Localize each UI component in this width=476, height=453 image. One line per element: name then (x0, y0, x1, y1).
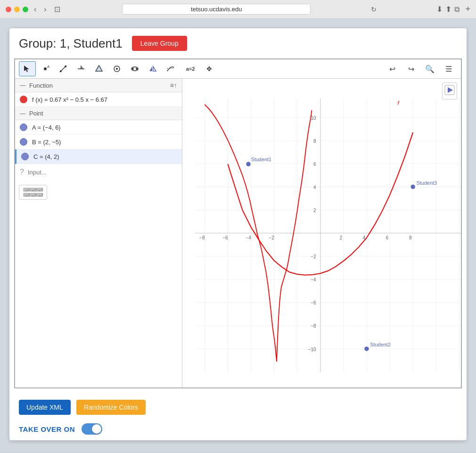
point-c-dot (21, 153, 29, 160)
svg-point-12 (116, 68, 118, 70)
svg-point-1 (44, 67, 47, 70)
function-collapse-icon[interactable]: — (20, 82, 25, 89)
function-item[interactable]: f (x) = 0.67 x² − 0.5 x − 6.67 (15, 92, 182, 107)
toolbar-right: ↩ ↪ 🔍 ☰ (384, 61, 457, 76)
svg-text:✥: ✥ (206, 65, 212, 73)
forward-button[interactable]: › (42, 4, 48, 15)
help-icon: ? (20, 168, 24, 176)
move-tool-button[interactable]: ✥ (202, 61, 219, 76)
student1-label: Student1 (251, 156, 271, 162)
polygon-tool-button[interactable] (90, 61, 107, 76)
app-header: Group: 1, Student1 Leave Group (9, 28, 467, 58)
browser-actions: ⬇ ⬆ ⧉ (436, 5, 460, 14)
keyboard-button[interactable]: ⌨⌨⌨⌨⌨⌨ (19, 185, 47, 200)
point-c-item[interactable]: C = (4, 2) (15, 149, 182, 164)
student1-point (246, 162, 251, 167)
svg-point-15 (136, 68, 138, 70)
ggb-main: — Function ≡↑ f (x) = 0.67 x² − 0.5 x − … (15, 79, 461, 387)
search-button[interactable]: 🔍 (421, 61, 438, 76)
graph-area[interactable]: −8 −6 −4 −2 2 4 6 8 10 8 6 4 2 (182, 79, 461, 387)
point-b-label: B = (2, −5) (32, 139, 61, 146)
take-over-row: TAKE OVER ON (9, 421, 467, 440)
back-button[interactable]: ‹ (32, 4, 38, 15)
perp-tool-button[interactable] (73, 61, 90, 76)
bottom-controls: Update XML Randomize Colors (9, 393, 467, 421)
svg-text:−2: −2 (311, 254, 316, 259)
svg-text:−4: −4 (311, 277, 316, 282)
menu-button[interactable]: ☰ (440, 61, 457, 76)
svg-text:10: 10 (311, 115, 317, 121)
reader-view-button[interactable]: ⊡ (52, 4, 62, 15)
point-b-dot (20, 138, 27, 146)
tab-overview-button[interactable]: ⧉ (454, 5, 460, 14)
take-over-label: TAKE OVER ON (19, 425, 75, 433)
point-a-item[interactable]: A = (−4, 6) (15, 120, 182, 135)
function-expression: f (x) = 0.67 x² − 0.5 x − 6.67 (32, 96, 107, 103)
undo-button[interactable]: ↩ (384, 61, 401, 76)
point-tool-button[interactable]: A (37, 61, 54, 76)
update-xml-button[interactable]: Update XML (19, 400, 71, 415)
share-button[interactable]: ⬆ (445, 5, 451, 14)
svg-text:−10: −10 (308, 347, 316, 352)
svg-marker-17 (153, 66, 156, 71)
leave-group-button[interactable]: Leave Group (132, 36, 187, 51)
svg-text:−6: −6 (222, 235, 228, 240)
point-a-dot (20, 124, 27, 131)
take-over-toggle[interactable] (82, 423, 102, 435)
svg-text:4: 4 (313, 185, 316, 190)
student3-point (410, 184, 416, 189)
student3-label: Student3 (416, 180, 437, 186)
svg-text:8: 8 (313, 139, 316, 144)
animation-button[interactable] (442, 82, 457, 99)
traffic-lights (6, 7, 28, 12)
input-row: ? (15, 164, 182, 180)
point-c-label: C = (4, 2) (33, 153, 59, 160)
svg-text:−8: −8 (199, 235, 205, 240)
svg-rect-8 (81, 67, 82, 69)
ellipse-tool-button[interactable] (126, 61, 143, 76)
reload-button[interactable]: ↻ (371, 6, 377, 13)
maximize-traffic-light[interactable] (23, 7, 28, 12)
svg-marker-0 (24, 66, 29, 72)
svg-text:−2: −2 (269, 235, 274, 240)
point-b-item[interactable]: B = (2, −5) (15, 135, 182, 149)
svg-text:−6: −6 (311, 300, 316, 305)
graph-svg: −8 −6 −4 −2 2 4 6 8 10 8 6 4 2 (182, 79, 461, 387)
function-section-header: — Function ≡↑ (15, 79, 182, 92)
inputbox-tool-button[interactable]: a=2 (180, 61, 201, 76)
select-tool-button[interactable] (19, 61, 36, 76)
group-title: Group: 1, Student1 (19, 36, 123, 51)
app-window: Group: 1, Student1 Leave Group A (9, 28, 467, 440)
reflect-tool-button[interactable] (144, 61, 161, 76)
line-tool-button[interactable] (55, 61, 72, 76)
minimize-traffic-light[interactable] (14, 7, 20, 12)
main-container: Group: 1, Student1 Leave Group A (0, 19, 476, 453)
svg-text:A: A (47, 65, 49, 69)
redo-button[interactable]: ↪ (402, 61, 419, 76)
svg-text:2: 2 (313, 208, 316, 213)
svg-line-5 (60, 66, 66, 72)
browser-chrome: ‹ › ⊡ tetsuo.ucdavis.edu ↻ ⬇ ⬆ ⧉ + (0, 0, 476, 19)
download-button[interactable]: ⬇ (436, 5, 443, 14)
svg-text:6: 6 (313, 162, 316, 167)
function-section-button[interactable]: ≡↑ (170, 82, 177, 89)
circle-tool-button[interactable] (108, 61, 125, 76)
new-tab-button[interactable]: + (465, 4, 470, 14)
randomize-colors-button[interactable]: Randomize Colors (76, 400, 146, 415)
url-bar[interactable]: tetsuo.ucdavis.edu (122, 4, 311, 15)
svg-marker-10 (96, 66, 102, 71)
toggle-thumb (92, 424, 101, 434)
svg-point-14 (132, 68, 134, 70)
student2-label: Student2 (370, 342, 391, 347)
point-collapse-icon[interactable]: — (20, 110, 25, 117)
sidebar-bottom: ⌨⌨⌨⌨⌨⌨ (15, 180, 182, 204)
function-dot (20, 96, 27, 103)
close-traffic-light[interactable] (6, 7, 11, 12)
point-section-label: Point (29, 110, 43, 117)
function-section-label: Function (29, 82, 53, 89)
svg-text:−4: −4 (246, 235, 251, 240)
algebra-input[interactable] (28, 169, 177, 176)
point-section-header: — Point (15, 107, 182, 120)
svg-text:2: 2 (340, 235, 343, 240)
tangent-tool-button[interactable] (162, 61, 179, 76)
